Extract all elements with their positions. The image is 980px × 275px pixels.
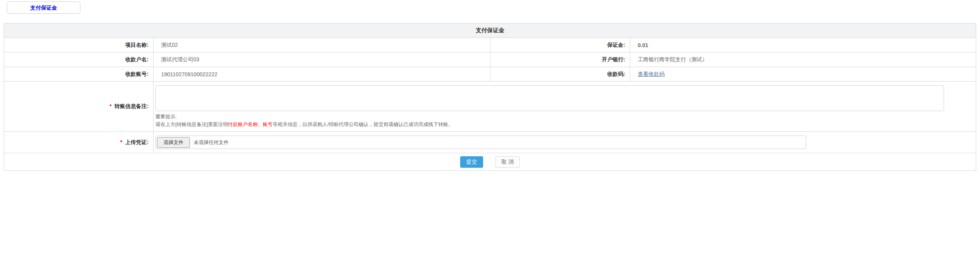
required-asterisk: * <box>109 103 111 109</box>
upload-label-cell: *上传凭证: <box>4 132 154 153</box>
hint-title: 重要提示: <box>155 113 976 121</box>
payee-name-value: 测试代理公司03 <box>154 52 490 67</box>
remark-textarea[interactable] <box>155 85 944 111</box>
view-qrcode-link[interactable]: 查看收款码 <box>638 71 665 77</box>
action-buttons-row: 提交 取 消 <box>4 153 976 171</box>
submit-button[interactable]: 提交 <box>460 156 483 168</box>
table-row: 收款户名: 测试代理公司03 开户银行: 工商银行商学院支行（测试） <box>4 52 976 67</box>
choose-file-button[interactable]: 选择文件 <box>157 137 190 148</box>
remark-row: *转账信息备注: 重要提示: 请在上方[转账信息备注]里面注明付款账户名称、账号… <box>4 82 976 132</box>
account-number-label: 收款账号: <box>4 67 154 82</box>
remark-label-cell: *转账信息备注: <box>4 82 154 132</box>
pay-deposit-panel: 支付保证金 项目名称: 测试02 保证金: 0.01 收款户名: 测试代理公司0… <box>4 23 976 171</box>
hint-text-highlight: 付款账户名称、账号 <box>228 121 273 127</box>
required-asterisk: * <box>120 139 122 145</box>
no-file-selected-text: 未选择任何文件 <box>194 139 229 146</box>
table-row: 收款账号: 1901102709100022222 收款码: 查看收款码 <box>4 67 976 82</box>
panel-title-row: 支付保证金 <box>4 23 976 38</box>
hint-body: 请在上方[转账信息备注]里面注明付款账户名称、账号等相关信息，以供采购人/招标代… <box>155 121 976 128</box>
hint-text-post: 等相关信息，以供采购人/招标代理公司确认，提交前请确认已成功完成线下转账。 <box>273 121 453 127</box>
remark-hint: 重要提示: 请在上方[转账信息备注]里面注明付款账户名称、账号等相关信息，以供采… <box>155 113 976 128</box>
cancel-button[interactable]: 取 消 <box>495 156 520 168</box>
bank-value: 工商银行商学院支行（测试） <box>630 52 976 67</box>
table-row: 项目名称: 测试02 保证金: 0.01 <box>4 38 976 52</box>
account-number-value: 1901102709100022222 <box>154 67 490 82</box>
deposit-label: 保证金: <box>490 38 630 52</box>
upload-label: 上传凭证: <box>125 139 149 145</box>
file-input-box[interactable]: 选择文件 未选择任何文件 <box>155 136 806 149</box>
upload-row: *上传凭证: 选择文件 未选择任何文件 <box>4 132 976 153</box>
remark-label: 转账信息备注: <box>114 103 149 109</box>
qrcode-label: 收款码: <box>490 67 630 82</box>
payee-name-label: 收款户名: <box>4 52 154 67</box>
tab-pay-deposit[interactable]: 支付保证金 <box>7 2 80 14</box>
project-name-value: 测试02 <box>154 38 490 52</box>
project-name-label: 项目名称: <box>4 38 154 52</box>
deposit-value: 0.01 <box>630 38 976 52</box>
bank-label: 开户银行: <box>490 52 630 67</box>
hint-text-pre: 请在上方[转账信息备注]里面注明 <box>155 121 228 127</box>
panel-title: 支付保证金 <box>4 23 976 38</box>
